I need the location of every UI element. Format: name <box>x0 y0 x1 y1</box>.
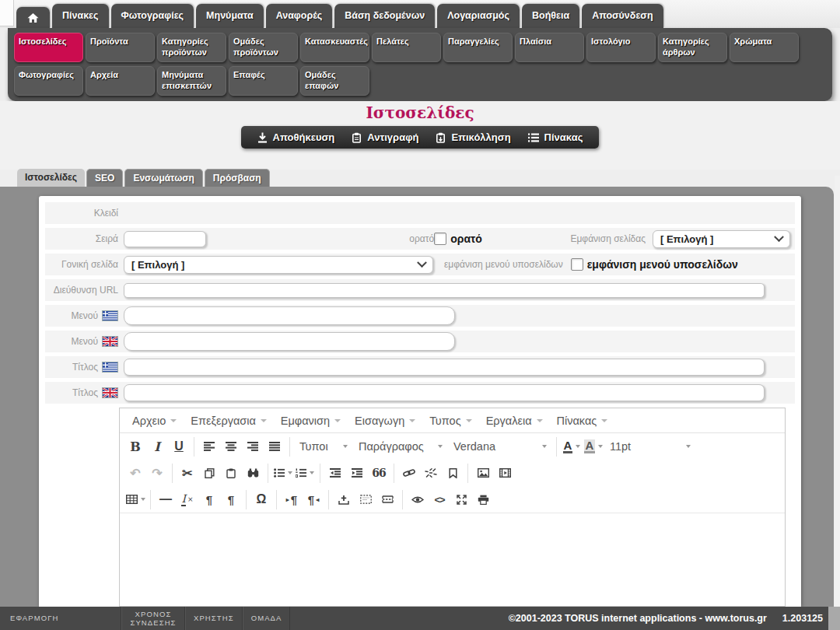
numbered-list-button[interactable] <box>294 463 316 484</box>
module-button-arxeia[interactable]: Αρχεία <box>86 66 155 96</box>
topnav-tab-photos[interactable]: Φωτογραφίες <box>111 4 194 28</box>
redo-button[interactable]: ↷ <box>146 463 168 484</box>
url-input[interactable] <box>124 283 765 298</box>
title-en-input[interactable] <box>124 384 765 401</box>
rtl-button[interactable]: ¶◂ <box>303 489 324 510</box>
module-button-plaisia[interactable]: Πλαίσια <box>515 33 584 62</box>
align-center-button[interactable] <box>220 436 242 457</box>
topnav-tab-pinakes[interactable]: Πίνακες <box>52 4 109 28</box>
show-invisibles-button[interactable]: ¶ <box>220 489 242 510</box>
module-button-kataskeuastes[interactable]: Κατασκευαστές <box>300 33 369 62</box>
bullet-list-button[interactable] <box>272 463 294 484</box>
caret-down-icon <box>141 498 145 501</box>
module-button-katigories-arthron[interactable]: Κατηγορίες άρθρων <box>658 33 727 62</box>
cut-button[interactable]: ✂ <box>177 463 198 484</box>
editor-content-area[interactable] <box>120 513 785 606</box>
tab-ensomatosi[interactable]: Ενσωμάτωση <box>124 169 202 187</box>
module-button-pelates[interactable]: Πελάτες <box>372 33 441 62</box>
paste-button[interactable]: Επικόλληση <box>427 131 519 143</box>
underline-button[interactable]: U <box>168 436 190 457</box>
outdent-button[interactable] <box>324 463 346 484</box>
font-family-dropdown[interactable]: Verdana <box>448 440 552 453</box>
preview-button[interactable] <box>407 489 429 510</box>
bold-button[interactable]: B <box>124 436 146 457</box>
insert-template-button[interactable] <box>333 489 355 510</box>
block-format-dropdown[interactable]: Παράγραφος <box>353 440 448 453</box>
menu-gr-input[interactable] <box>124 306 455 325</box>
page-display-select[interactable]: [ Επιλογή ] <box>653 230 790 248</box>
module-button-epafes[interactable]: Επαφές <box>229 66 298 96</box>
copy-button[interactable]: Αντιγραφή <box>343 131 427 143</box>
align-left-button[interactable] <box>198 436 220 457</box>
home-tab[interactable] <box>16 7 50 28</box>
undo-button[interactable]: ↶ <box>124 463 146 484</box>
insert-tray-icon <box>338 495 349 505</box>
editor-menu-tools[interactable]: Εργαλεια <box>479 415 550 427</box>
insert-media-button[interactable] <box>494 463 516 484</box>
font-size-dropdown[interactable]: 11pt <box>604 440 696 453</box>
paste-content-button[interactable] <box>220 463 242 484</box>
parent-page-select[interactable]: [ Επιλογή ] <box>124 256 433 274</box>
app-screen: Πίνακες Φωτογραφίες Μηνύματα Αναφορές Βά… <box>0 0 840 630</box>
insert-image-button[interactable] <box>472 463 494 484</box>
text-color-button[interactable]: A <box>561 436 583 457</box>
module-button-proionta[interactable]: Προϊόντα <box>86 33 155 62</box>
module-button-xromata[interactable]: Χρώματα <box>730 33 799 62</box>
background-color-button[interactable]: A <box>583 436 604 457</box>
unlink-button[interactable] <box>420 463 442 484</box>
indent-button[interactable] <box>346 463 368 484</box>
title-gr-input[interactable] <box>124 359 765 376</box>
source-code-button[interactable]: <> <box>429 489 450 510</box>
module-button-omades-epafon[interactable]: Ομάδες επαφών <box>300 66 369 96</box>
align-right-button[interactable] <box>242 436 264 457</box>
tab-seo[interactable]: SEO <box>86 169 123 187</box>
print-button[interactable] <box>472 489 494 510</box>
blockquote-button[interactable]: 66 <box>368 463 390 484</box>
paragraph-button[interactable]: ¶ <box>198 489 220 510</box>
topnav-tab-database[interactable]: Βάση δεδομένων <box>334 4 435 28</box>
special-character-button[interactable]: Ω <box>250 489 272 510</box>
topnav-tab-account[interactable]: Λογαριασμός <box>437 4 520 28</box>
module-button-fotografies[interactable]: Φωτογραφίες <box>14 66 83 96</box>
editor-menu-view[interactable]: Εμφανιση <box>274 415 348 427</box>
fullscreen-button[interactable] <box>450 489 472 510</box>
vertical-scrollbar[interactable] <box>835 176 840 630</box>
topnav-tab-reports[interactable]: Αναφορές <box>266 4 333 28</box>
editor-menu-edit[interactable]: Επεξεργασια <box>184 415 274 427</box>
align-justify-button[interactable] <box>264 436 285 457</box>
editor-menu-insert[interactable]: Εισαγωγη <box>348 415 422 427</box>
editor-menu-file[interactable]: Αρχειο <box>125 415 184 427</box>
clear-formatting-button[interactable]: I× <box>177 489 198 510</box>
module-button-omades-proionton[interactable]: Ομάδες προϊόντων <box>229 33 298 62</box>
italic-button[interactable]: I <box>146 436 168 457</box>
horizontal-rule-button[interactable]: — <box>155 489 177 510</box>
page-break-button[interactable] <box>376 489 398 510</box>
table-button[interactable]: Πίνακας <box>520 131 592 143</box>
editor-menu-table[interactable]: Πίνακας <box>550 415 615 427</box>
submenu-checkbox[interactable] <box>571 258 583 271</box>
topnav-tab-help[interactable]: Βοήθεια <box>522 4 579 28</box>
module-button-istologio[interactable]: Ιστολόγιο <box>586 33 656 62</box>
find-replace-button[interactable] <box>242 463 264 484</box>
menu-en-input[interactable] <box>124 332 455 351</box>
ltr-button[interactable]: ▸¶ <box>281 489 303 510</box>
module-button-paraggelies[interactable]: Παραγγελίες <box>443 33 513 62</box>
topnav-tab-messages[interactable]: Μηνύματα <box>196 4 264 28</box>
editor-menu-format[interactable]: Τυπος <box>422 415 478 427</box>
anchor-button[interactable] <box>442 463 464 484</box>
tab-istoselides[interactable]: Ιστοσελίδες <box>17 169 85 187</box>
scrollbar-thumb[interactable] <box>828 607 840 630</box>
save-button[interactable]: Αποθήκευση <box>249 131 344 143</box>
visible-checkbox[interactable] <box>434 233 446 245</box>
table-insert-button[interactable] <box>124 489 146 510</box>
module-button-minimata-episkepton[interactable]: Μηνύματα επισκεπτών <box>157 66 226 96</box>
tab-prosvasi[interactable]: Πρόσβαση <box>205 169 270 187</box>
module-button-katigories-proionton[interactable]: Κατηγορίες προϊόντων <box>157 33 226 62</box>
order-input[interactable] <box>124 231 206 247</box>
module-button-istoselides[interactable]: Ιστοσελίδες <box>14 33 83 62</box>
topnav-tab-logout[interactable]: Αποσύνδεση <box>582 4 663 28</box>
link-button[interactable] <box>398 463 420 484</box>
visual-blocks-button[interactable] <box>355 489 376 510</box>
copy-content-button[interactable] <box>198 463 220 484</box>
styles-dropdown[interactable]: Τυποι <box>294 440 353 453</box>
